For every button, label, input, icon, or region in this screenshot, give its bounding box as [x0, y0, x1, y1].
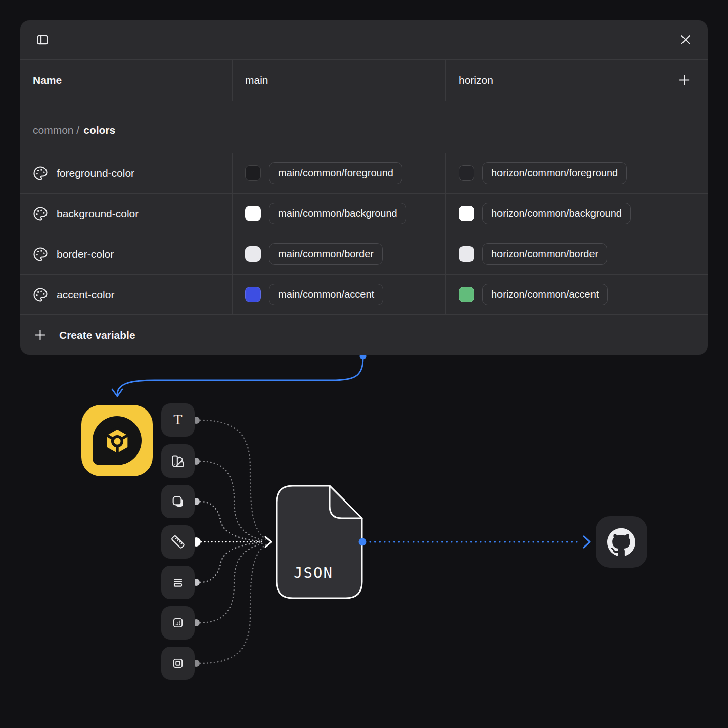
color-swatch[interactable]: [245, 246, 261, 262]
tokens-logo-blob: [93, 416, 142, 465]
close-icon[interactable]: [676, 31, 695, 49]
palette-icon: [33, 247, 48, 262]
create-variable-button[interactable]: Create variable: [20, 315, 708, 355]
table-header-row: Name main horizon: [20, 59, 708, 101]
variable-name: border-color: [57, 248, 114, 260]
palette-icon: [33, 206, 48, 221]
ruler-icon: [161, 525, 195, 559]
json-anchor-dot: [359, 538, 367, 546]
plus-icon: [33, 328, 47, 342]
token-chip[interactable]: main/common/foreground: [269, 162, 402, 184]
color-swatch[interactable]: [459, 206, 474, 221]
token-chip[interactable]: horizon/common/foreground: [482, 162, 627, 184]
token-chip[interactable]: horizon/common/border: [482, 243, 607, 265]
swatch-book-icon: [161, 444, 195, 478]
create-variable-label: Create variable: [59, 329, 135, 341]
color-swatch[interactable]: [245, 165, 261, 181]
github-icon: [596, 516, 647, 568]
typography-icon: T: [161, 403, 195, 437]
add-mode-icon[interactable]: [675, 71, 693, 89]
tokens-app-icon: [81, 405, 153, 476]
token-chip[interactable]: horizon/common/accent: [482, 284, 608, 305]
variable-name: accent-color: [57, 289, 114, 301]
token-chip[interactable]: main/common/border: [269, 243, 383, 265]
variable-name: background-color: [57, 208, 139, 220]
canvas: JSON Name main horizon: [0, 0, 728, 728]
panel-to-app-curve: [117, 359, 363, 394]
table-row: accent-color main/common/accent horizon/…: [20, 275, 708, 315]
column-header-name: Name: [20, 60, 232, 101]
color-swatch[interactable]: [459, 246, 474, 262]
variable-name: foreground-color: [57, 167, 134, 179]
line-spacing-icon: [161, 566, 195, 599]
converging-dotted-lines: [200, 420, 267, 663]
svg-text:T: T: [174, 412, 183, 427]
token-chip[interactable]: main/common/accent: [269, 284, 383, 305]
merge-arrowhead: [265, 537, 271, 547]
color-swatch[interactable]: [245, 206, 261, 221]
palette-icon: [33, 287, 48, 302]
color-swatch[interactable]: [459, 165, 474, 181]
sidebar-toggle-icon[interactable]: [33, 31, 52, 49]
color-swatch[interactable]: [459, 287, 474, 302]
table-row: background-color main/common/background …: [20, 194, 708, 234]
group-name: colors: [83, 124, 115, 136]
json-file-icon: JSON: [277, 486, 362, 598]
table-row: foreground-color main/common/foreground …: [20, 153, 708, 194]
column-header-mode-horizon[interactable]: horizon: [445, 60, 660, 101]
panel-topbar: [20, 20, 708, 59]
table-row: border-color main/common/border horizon/…: [20, 234, 708, 275]
color-swatch[interactable]: [245, 287, 261, 302]
token-chip[interactable]: horizon/common/background: [482, 203, 631, 224]
group-path-prefix: common /: [33, 124, 79, 136]
token-chip[interactable]: main/common/background: [269, 203, 406, 224]
nested-square-icon: [161, 647, 195, 680]
panel-to-app-arrowhead: [112, 389, 122, 396]
column-header-mode-main[interactable]: main: [232, 60, 445, 101]
json-to-github-arrowhead: [584, 536, 590, 548]
variables-panel: Name main horizon common / colors: [20, 20, 708, 355]
variable-group-header[interactable]: common / colors: [20, 101, 708, 153]
grid-dots-icon: [161, 606, 195, 640]
json-file-label: JSON: [294, 564, 333, 581]
radius-icon: [161, 485, 195, 518]
palette-icon: [33, 166, 48, 181]
